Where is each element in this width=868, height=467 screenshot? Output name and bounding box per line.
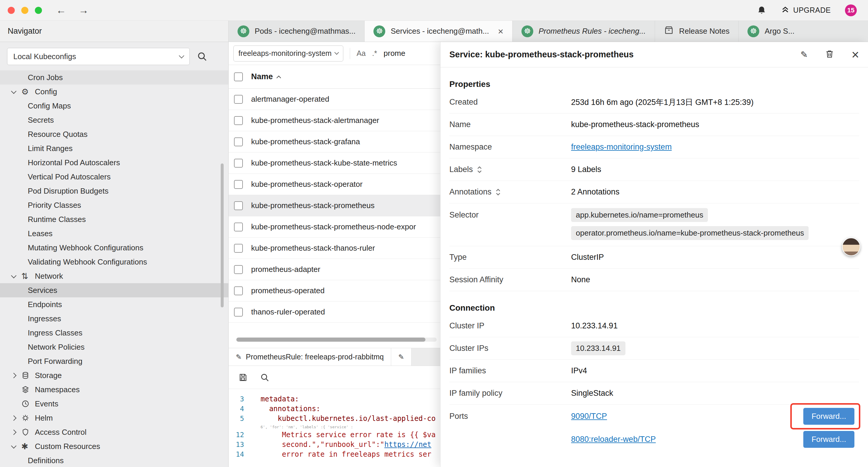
sidebar-search-icon[interactable] — [197, 51, 208, 62]
save-icon[interactable] — [238, 373, 248, 382]
sidebar-item-endpoints[interactable]: Endpoints — [0, 297, 228, 312]
user-avatar[interactable] — [842, 238, 860, 256]
row-checkbox[interactable] — [234, 265, 243, 274]
row-checkbox[interactable] — [234, 308, 243, 317]
sidebar-scrollbar[interactable] — [221, 164, 224, 308]
sidebar-item-leases[interactable]: Leases — [0, 226, 228, 241]
release-notes-icon — [664, 25, 674, 37]
table-row[interactable]: kube-prometheus-stack-thanos-ruler — [229, 238, 440, 259]
tab-services[interactable]: ☸ Services - icecheng@math... × — [365, 21, 512, 42]
notification-count-badge[interactable]: 15 — [845, 4, 857, 16]
yaml-editor[interactable]: 3metadata: 4 annotations: 5 kubectl.kube… — [229, 389, 440, 459]
sidebar-item-vertical-pod-autoscalers[interactable]: Vertical Pod Autoscalers — [0, 170, 228, 184]
forward-button[interactable]: Forward... — [803, 408, 855, 425]
editor-dock: ✎ PrometheusRule: freeleaps-prod-rabbitm… — [229, 348, 440, 467]
close-window-button[interactable] — [8, 7, 15, 14]
port-link-8080-reloader-web[interactable]: 8080:reloader-web/TCP — [571, 435, 656, 444]
back-button[interactable]: ← — [56, 4, 66, 16]
row-checkbox[interactable] — [234, 244, 243, 253]
row-checkbox[interactable] — [234, 159, 243, 168]
select-all-checkbox[interactable] — [234, 72, 243, 81]
table-row[interactable]: thanos-ruler-operated — [229, 301, 440, 323]
expand-collapse-icon[interactable] — [495, 188, 501, 196]
tab-argo[interactable]: ☸ Argo S... — [739, 21, 868, 42]
sidebar-item-mutating-webhook-configurations[interactable]: Mutating Webhook Configurations — [0, 241, 228, 255]
sidebar-group-network[interactable]: ⇅ Network — [0, 269, 228, 283]
sidebar-item-runtime-classes[interactable]: Runtime Classes — [0, 212, 228, 226]
dock-tab-prometheusrule[interactable]: ✎ PrometheusRule: freeleaps-prod-rabbitm… — [229, 348, 391, 366]
tab-pods[interactable]: ☸ Pods - icecheng@mathmas... — [229, 21, 365, 42]
close-tab-icon[interactable]: × — [498, 27, 503, 36]
table-row[interactable]: alertmanager-operated — [229, 89, 440, 110]
upgrade-button[interactable]: UPGRADE — [781, 5, 831, 16]
sidebar-item-validating-webhook-configurations[interactable]: Validating Webhook Configurations — [0, 255, 228, 269]
namespace-link[interactable]: freeleaps-monitoring-system — [571, 143, 672, 152]
tab-release-notes[interactable]: Release Notes — [655, 21, 739, 42]
kubeconfig-select[interactable]: Local Kubeconfigs — [7, 48, 190, 65]
row-checkbox[interactable] — [234, 95, 243, 104]
maximize-window-button[interactable] — [35, 7, 42, 14]
sidebar-item-config-maps[interactable]: Config Maps — [0, 99, 228, 113]
sidebar-group-config[interactable]: ⚙ Config — [0, 85, 228, 99]
row-checkbox[interactable] — [234, 116, 243, 125]
minimize-window-button[interactable] — [21, 7, 28, 14]
chevron-down-icon — [12, 274, 21, 278]
sidebar-item-services[interactable]: Services — [0, 283, 228, 297]
table-row[interactable]: kube-prometheus-stack-grafana — [229, 131, 440, 152]
navigator-title: Navigator — [8, 27, 42, 36]
row-checkbox[interactable] — [234, 138, 243, 146]
sidebar-item-horizontal-pod-autoscalers[interactable]: Horizontal Pod Autoscalers — [0, 155, 228, 170]
port-link-9090[interactable]: 9090/TCP — [571, 412, 607, 421]
dock-tab-partial[interactable]: ✎ — [391, 348, 411, 366]
sidebar-item-resource-quotas[interactable]: Resource Quotas — [0, 127, 228, 141]
sidebar-item-limit-ranges[interactable]: Limit Ranges — [0, 141, 228, 155]
property-row-type: Type ClusterIP — [450, 246, 859, 269]
table-row[interactable]: kube-prometheus-stack-operator — [229, 174, 440, 195]
name-column-header[interactable]: Name — [251, 72, 280, 81]
sidebar-item-ingresses[interactable]: Ingresses — [0, 312, 228, 326]
sidebar-item-pod-disruption-budgets[interactable]: Pod Disruption Budgets — [0, 184, 228, 198]
table-row[interactable]: prometheus-adapter — [229, 259, 440, 280]
expand-collapse-icon[interactable] — [476, 166, 483, 174]
navigator-sidebar: Local Kubeconfigs Cron Jobs ⚙ Config Con… — [0, 42, 229, 467]
sidebar-group-storage[interactable]: Storage — [0, 368, 228, 382]
sidebar-group-helm[interactable]: Helm — [0, 411, 228, 425]
sidebar-item-cron-jobs[interactable]: Cron Jobs — [0, 70, 228, 85]
sidebar-item-namespaces[interactable]: Namespaces — [0, 382, 228, 397]
runbook-url-link[interactable]: https://net — [384, 440, 431, 449]
table-row[interactable]: kube-prometheus-stack-prometheus-node-ex… — [229, 216, 440, 238]
sidebar-item-events[interactable]: Events — [0, 397, 228, 411]
match-case-toggle[interactable]: Aa — [356, 49, 366, 58]
namespace-select[interactable]: freeleaps-monitoring-system — [234, 46, 343, 61]
connection-section-title: Connection — [450, 301, 859, 315]
search-query-text[interactable]: prome — [383, 49, 405, 58]
forward-button[interactable]: → — [79, 4, 89, 16]
table-row[interactable]: kube-prometheus-stack-alertmanager — [229, 110, 440, 131]
sidebar-item-ingress-classes[interactable]: Ingress Classes — [0, 326, 228, 340]
regex-toggle[interactable]: .* — [372, 49, 377, 58]
sidebar-item-definitions[interactable]: Definitions — [0, 454, 228, 467]
sidebar-item-secrets[interactable]: Secrets — [0, 113, 228, 127]
sidebar-group-access-control[interactable]: Access Control — [0, 425, 228, 439]
forward-button[interactable]: Forward... — [803, 431, 855, 448]
table-header: Name — [229, 65, 440, 89]
sidebar-group-custom-resources[interactable]: ✱ Custom Resources — [0, 439, 228, 454]
row-checkbox[interactable] — [234, 286, 243, 295]
scrollbar-thumb[interactable] — [236, 338, 426, 342]
row-checkbox[interactable] — [234, 201, 243, 210]
edit-icon[interactable]: ✎ — [800, 49, 808, 60]
delete-icon[interactable] — [825, 49, 834, 60]
sidebar-item-network-policies[interactable]: Network Policies — [0, 340, 228, 354]
editor-search-icon[interactable] — [260, 373, 270, 382]
table-row[interactable]: prometheus-operated — [229, 280, 440, 301]
row-checkbox[interactable] — [234, 180, 243, 189]
close-icon[interactable]: × — [851, 48, 859, 61]
sidebar-item-priority-classes[interactable]: Priority Classes — [0, 198, 228, 212]
table-row-selected[interactable]: kube-prometheus-stack-prometheus — [229, 195, 440, 216]
row-checkbox[interactable] — [234, 223, 243, 231]
horizontal-scrollbar[interactable] — [236, 338, 437, 342]
notifications-bell-icon[interactable] — [756, 5, 767, 16]
sidebar-item-port-forwarding[interactable]: Port Forwarding — [0, 354, 228, 368]
table-row[interactable]: kube-prometheus-stack-kube-state-metrics — [229, 152, 440, 174]
tab-prometheus-rules[interactable]: ☸ Prometheus Rules - icecheng... — [513, 21, 655, 42]
